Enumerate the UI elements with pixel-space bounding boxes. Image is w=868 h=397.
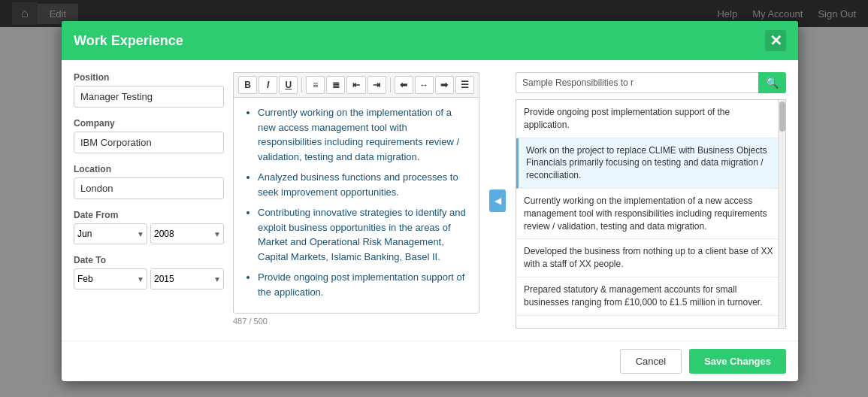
unordered-list-button[interactable]: ≡: [306, 76, 325, 94]
date-from-year-wrap: 2008 ▼: [150, 223, 224, 244]
position-input[interactable]: [74, 86, 224, 108]
justify-button[interactable]: ☰: [455, 76, 474, 94]
date-from-month-select[interactable]: Jun: [74, 223, 147, 244]
modal-footer: Cancel Save Changes: [62, 341, 798, 381]
editor-bullet-2: Analyzed business functions and processe…: [258, 170, 470, 199]
work-experience-modal: Work Experience ✕ Position Company Locat…: [62, 21, 798, 381]
editor-toolbar: B I U ≡ ≣ ⇤ ⇥ ⬅ ↔ ➡ ☰: [233, 72, 479, 97]
underline-button[interactable]: U: [279, 76, 298, 94]
sample-search-button[interactable]: 🔍: [758, 72, 786, 93]
align-right-button[interactable]: ➡: [435, 76, 454, 94]
company-input[interactable]: [74, 132, 224, 153]
position-label: Position: [74, 72, 224, 83]
editor-bullet-4: Provide ongoing post implementation supp…: [258, 270, 470, 299]
location-input[interactable]: [74, 177, 224, 199]
sample-item-2[interactable]: Work on the project to replace CLIME wit…: [516, 138, 785, 189]
modal-header: Work Experience ✕: [62, 21, 798, 60]
outdent-button[interactable]: ⇤: [346, 76, 365, 94]
close-button[interactable]: ✕: [765, 30, 786, 51]
date-from-year-select[interactable]: 2008: [150, 223, 224, 244]
insert-arrow-button[interactable]: ◀: [489, 189, 506, 212]
date-from-label: Date From: [74, 210, 224, 220]
save-changes-button[interactable]: Save Changes: [689, 349, 786, 374]
location-label: Location: [74, 164, 224, 174]
sample-search-row: 🔍: [516, 72, 786, 93]
date-from-month-wrap: Jun ▼: [74, 223, 147, 244]
date-to-month-wrap: Feb ▼: [74, 268, 147, 289]
modal-title: Work Experience: [74, 33, 183, 49]
sample-item-4[interactable]: Developed the business from nothing up t…: [516, 239, 785, 277]
location-field-group: Location: [74, 164, 224, 199]
ordered-list-button[interactable]: ≣: [326, 76, 345, 94]
cancel-button[interactable]: Cancel: [620, 349, 682, 374]
editor-bullet-3: Contributing innovative strategies to id…: [258, 205, 470, 264]
right-panel: 🔍 Provide ongoing post implementation su…: [516, 72, 786, 329]
bold-button[interactable]: B: [238, 76, 257, 94]
scrollbar-thumb: [779, 102, 785, 132]
company-field-group: Company: [74, 118, 224, 153]
date-from-group: Date From Jun ▼ 2008 ▼: [74, 210, 224, 244]
left-panel: Position Company Location Date From Jun: [74, 72, 224, 329]
date-to-row: Feb ▼ 2015 ▼: [74, 268, 224, 289]
date-to-month-select[interactable]: Feb: [74, 268, 147, 289]
toolbar-separator-1: [301, 77, 302, 92]
char-count: 487 / 500: [233, 314, 479, 329]
toolbar-separator-2: [390, 77, 391, 92]
date-to-group: Date To Feb ▼ 2015 ▼: [74, 255, 224, 289]
position-field-group: Position: [74, 72, 224, 108]
middle-panel: B I U ≡ ≣ ⇤ ⇥ ⬅ ↔ ➡ ☰ Currently working …: [233, 72, 479, 329]
scrollbar[interactable]: [778, 100, 785, 328]
date-to-label: Date To: [74, 255, 224, 265]
sample-search-input[interactable]: [516, 72, 758, 93]
insert-arrow-panel: ◀: [488, 189, 507, 212]
search-icon: 🔍: [766, 77, 779, 89]
date-to-year-select[interactable]: 2015: [150, 268, 224, 289]
date-to-year-wrap: 2015 ▼: [150, 268, 224, 289]
align-center-button[interactable]: ↔: [415, 76, 434, 94]
modal-body: Position Company Location Date From Jun: [62, 60, 798, 341]
sample-responsibilities-list[interactable]: Provide ongoing post implementation supp…: [516, 99, 786, 329]
italic-button[interactable]: I: [259, 76, 277, 94]
date-from-row: Jun ▼ 2008 ▼: [74, 223, 224, 244]
sample-item-5[interactable]: Prepared statutory & management accounts…: [516, 277, 785, 316]
indent-button[interactable]: ⇥: [367, 76, 386, 94]
sample-item-1[interactable]: Provide ongoing post implementation supp…: [516, 100, 785, 138]
company-label: Company: [74, 118, 224, 129]
sample-item-3[interactable]: Currently working on the implementation …: [516, 189, 785, 239]
editor-content-area[interactable]: Currently working on the implementation …: [233, 97, 479, 314]
align-left-button[interactable]: ⬅: [395, 76, 413, 94]
editor-bullet-1: Currently working on the implementation …: [258, 105, 470, 164]
